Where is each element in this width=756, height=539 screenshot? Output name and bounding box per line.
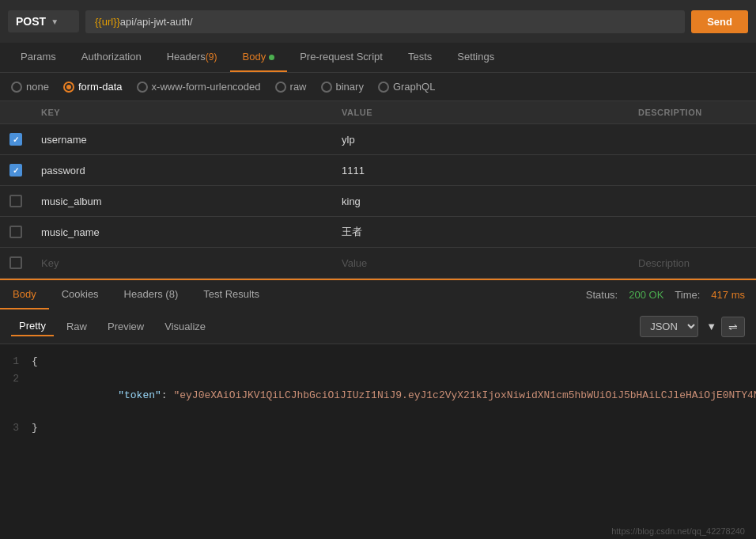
params-table: KEY VALUE DESCRIPTION username xyxy=(0,101,756,279)
radio-urlencoded[interactable]: x-www-form-urlencoded xyxy=(137,81,261,93)
code-area: 1 { 2 "token": "eyJ0eXAiOiJKV1QiLCJhbGci… xyxy=(0,344,756,447)
placeholder-description: Description xyxy=(638,257,690,269)
row-key: username xyxy=(41,134,87,146)
chevron-down-icon: ▼ xyxy=(51,17,59,26)
row-key-cell: music_album xyxy=(32,186,332,217)
row-checkbox[interactable] xyxy=(9,226,22,238)
main-content: Params Authorization Headers(9) Body Pre… xyxy=(0,43,756,539)
row-key-cell: username xyxy=(32,124,332,155)
row-check-cell xyxy=(0,155,32,186)
col-value-header: VALUE xyxy=(332,101,629,124)
row-value-cell: king xyxy=(332,186,629,217)
method-selector[interactable]: POST ▼ xyxy=(8,10,79,32)
resp-tab-body[interactable]: Body xyxy=(0,280,49,309)
url-path: api/api-jwt-auth/ xyxy=(120,16,193,28)
row-desc-cell xyxy=(629,186,756,217)
resp-tab-test-results[interactable]: Test Results xyxy=(191,280,272,309)
placeholder-checkbox[interactable] xyxy=(9,256,22,269)
row-key: password xyxy=(41,165,85,177)
radio-raw[interactable]: raw xyxy=(275,81,307,93)
radio-circle-form-data xyxy=(63,82,74,93)
col-check-header xyxy=(0,101,32,124)
placeholder-desc-cell: Description xyxy=(629,248,756,279)
format-select[interactable]: JSON XML HTML Text xyxy=(640,316,698,337)
placeholder-key-cell: Key xyxy=(32,248,332,279)
row-value-cell: 王者 xyxy=(332,217,629,248)
row-value: king xyxy=(342,195,361,207)
response-status: Status: 200 OK Time: 417 ms xyxy=(575,289,756,301)
url-prefix: {{url}} xyxy=(95,16,120,28)
tab-params[interactable]: Params xyxy=(8,43,69,72)
row-check-cell xyxy=(0,217,32,248)
response-section: Body Cookies Headers (8) Test Results St… xyxy=(0,279,756,539)
row-key: music_album xyxy=(41,195,102,207)
tab-settings[interactable]: Settings xyxy=(444,43,507,72)
row-key: music_name xyxy=(41,226,100,238)
tab-prerequest[interactable]: Pre-request Script xyxy=(287,43,395,72)
row-key-cell: password xyxy=(32,155,332,186)
radio-circle-raw xyxy=(275,82,286,93)
tab-tests[interactable]: Tests xyxy=(395,43,444,72)
code-line-2: 2 "token": "eyJ0eXAiOiJKV1QiLCJhbGciOiJI… xyxy=(0,371,756,420)
tab-body[interactable]: Body xyxy=(230,43,288,72)
code-line-3: 3 } xyxy=(0,420,756,438)
radio-binary[interactable]: binary xyxy=(321,81,364,93)
url-bar: POST ▼ {{url}}api/api-jwt-auth/ Send xyxy=(0,0,756,43)
status-label: Status: xyxy=(586,289,618,301)
placeholder-row: Key Value Description xyxy=(0,248,756,279)
table-row: username ylp xyxy=(0,124,756,155)
request-tabs: Params Authorization Headers(9) Body Pre… xyxy=(0,43,756,73)
raw-tab[interactable]: Raw xyxy=(59,317,95,336)
row-value: 1111 xyxy=(342,165,365,177)
tab-authorization[interactable]: Authorization xyxy=(69,43,154,72)
row-check-cell xyxy=(0,124,32,155)
radio-circle-urlencoded xyxy=(137,82,148,93)
status-value: 200 OK xyxy=(629,289,663,301)
radio-graphql[interactable]: GraphQL xyxy=(378,81,435,93)
params-table-section: KEY VALUE DESCRIPTION username xyxy=(0,101,756,279)
send-button[interactable]: Send xyxy=(691,10,748,33)
tab-headers[interactable]: Headers(9) xyxy=(154,43,230,72)
placeholder-value: Value xyxy=(342,257,367,269)
row-checkbox[interactable] xyxy=(9,195,22,207)
placeholder-check xyxy=(0,248,32,279)
radio-circle-none xyxy=(11,82,22,93)
row-value-cell: 1111 xyxy=(332,155,629,186)
placeholder-key: Key xyxy=(41,257,59,269)
row-key-cell: music_name xyxy=(32,217,332,248)
row-desc-cell xyxy=(629,155,756,186)
radio-none[interactable]: none xyxy=(11,81,49,93)
body-type-row: none form-data x-www-form-urlencoded raw… xyxy=(0,73,756,101)
response-tabs: Body Cookies Headers (8) Test Results xyxy=(0,280,575,309)
wrap-button[interactable]: ⇌ xyxy=(721,317,745,337)
row-checkbox[interactable] xyxy=(9,133,22,146)
table-row: music_album king xyxy=(0,186,756,217)
method-label: POST xyxy=(16,15,46,28)
top-section: Params Authorization Headers(9) Body Pre… xyxy=(0,43,756,101)
table-row: password 1111 xyxy=(0,155,756,186)
resp-tab-headers[interactable]: Headers (8) xyxy=(112,280,191,309)
active-dot xyxy=(269,55,274,60)
response-bar: Body Cookies Headers (8) Test Results St… xyxy=(0,279,756,309)
pretty-tab[interactable]: Pretty xyxy=(11,317,54,336)
resp-tab-cookies[interactable]: Cookies xyxy=(49,280,112,309)
table-header-row: KEY VALUE DESCRIPTION xyxy=(0,101,756,124)
col-key-header: KEY xyxy=(32,101,332,124)
row-value: ylp xyxy=(342,134,355,146)
radio-form-data[interactable]: form-data xyxy=(63,81,123,93)
preview-tab[interactable]: Preview xyxy=(100,317,152,336)
row-value-cell: ylp xyxy=(332,124,629,155)
placeholder-value-cell: Value xyxy=(332,248,629,279)
row-check-cell xyxy=(0,186,32,217)
url-field[interactable]: {{url}}api/api-jwt-auth/ xyxy=(85,10,685,33)
visualize-tab[interactable]: Visualize xyxy=(157,317,214,336)
row-value: 王者 xyxy=(342,225,362,239)
response-toolbar: Pretty Raw Preview Visualize JSON XML HT… xyxy=(0,309,756,344)
row-desc-cell xyxy=(629,124,756,155)
radio-circle-graphql xyxy=(378,82,389,93)
time-value: 417 ms xyxy=(711,289,745,301)
code-line-1: 1 { xyxy=(0,354,756,371)
row-checkbox[interactable] xyxy=(9,164,22,177)
col-desc-header: DESCRIPTION xyxy=(629,101,756,124)
time-label: Time: xyxy=(675,289,700,301)
